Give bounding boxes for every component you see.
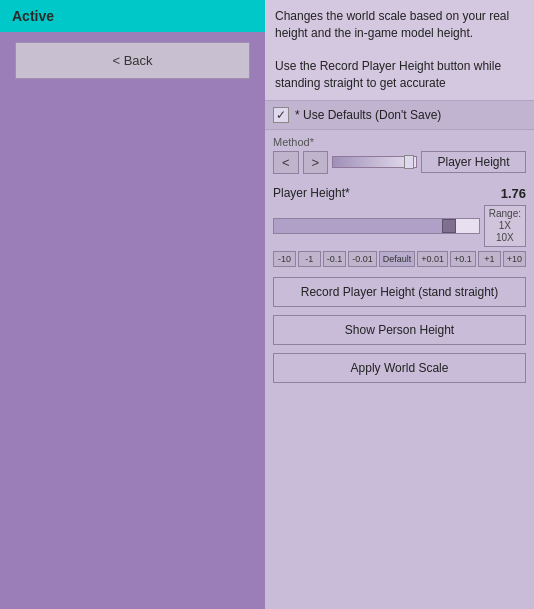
height-slider-track[interactable]: [273, 218, 480, 234]
description-line1: Changes the world scale based on your re…: [275, 9, 509, 40]
apply-world-scale-button[interactable]: Apply World Scale: [273, 353, 526, 383]
inc-btn-plus001[interactable]: +0.01: [417, 251, 448, 267]
player-height-header: Player Height* 1.76: [273, 186, 526, 201]
height-slider-fill: [274, 219, 448, 233]
use-defaults-checkbox[interactable]: ✓: [273, 107, 289, 123]
record-height-button[interactable]: Record Player Height (stand straight): [273, 277, 526, 307]
back-button[interactable]: < Back: [15, 42, 250, 79]
use-defaults-label: * Use Defaults (Don't Save): [295, 108, 441, 122]
use-defaults-row[interactable]: ✓ * Use Defaults (Don't Save): [265, 100, 534, 130]
method-section: Method* < > Player Height: [265, 130, 534, 180]
method-slider-thumb: [404, 155, 414, 169]
main-container: Active < Back Changes the world scale ba…: [0, 0, 534, 609]
nav-next-button[interactable]: >: [303, 151, 329, 174]
player-height-method-button[interactable]: Player Height: [421, 151, 526, 173]
inc-btn-minus01[interactable]: -0.1: [323, 251, 347, 267]
player-height-section: Player Height* 1.76 Range: 1X 10X -10 -1…: [265, 180, 534, 273]
show-person-height-button[interactable]: Show Person Height: [273, 315, 526, 345]
range-box: Range: 1X 10X: [484, 205, 526, 247]
range-10x: 10X: [489, 232, 521, 244]
inc-btn-plus01[interactable]: +0.1: [450, 251, 476, 267]
inc-btn-minus1[interactable]: -1: [298, 251, 321, 267]
player-height-value: 1.76: [501, 186, 526, 201]
use-defaults-checkbox-container[interactable]: ✓ * Use Defaults (Don't Save): [273, 107, 441, 123]
spacer: [265, 387, 534, 609]
range-1x: 1X: [489, 220, 521, 232]
description-text: Changes the world scale based on your re…: [265, 0, 534, 100]
nav-prev-button[interactable]: <: [273, 151, 299, 174]
description-line2: Use the Record Player Height button whil…: [275, 59, 501, 90]
left-panel: Active < Back: [0, 0, 265, 609]
range-label: Range:: [489, 208, 521, 220]
height-slider-row: Range: 1X 10X: [273, 205, 526, 247]
inc-btn-plus10[interactable]: +10: [503, 251, 526, 267]
inc-btn-default[interactable]: Default: [379, 251, 416, 267]
inc-btn-plus1[interactable]: +1: [478, 251, 501, 267]
method-label: Method*: [273, 136, 526, 148]
right-panel: Changes the world scale based on your re…: [265, 0, 534, 609]
player-height-label: Player Height*: [273, 186, 350, 200]
inc-btn-minus10[interactable]: -10: [273, 251, 296, 267]
active-tab[interactable]: Active: [0, 0, 265, 32]
method-row: < > Player Height: [273, 151, 526, 174]
increment-row: -10 -1 -0.1 -0.01 Default +0.01 +0.1 +1 …: [273, 251, 526, 267]
inc-btn-minus001[interactable]: -0.01: [348, 251, 377, 267]
height-slider-thumb: [442, 219, 456, 233]
method-slider[interactable]: [332, 156, 417, 168]
